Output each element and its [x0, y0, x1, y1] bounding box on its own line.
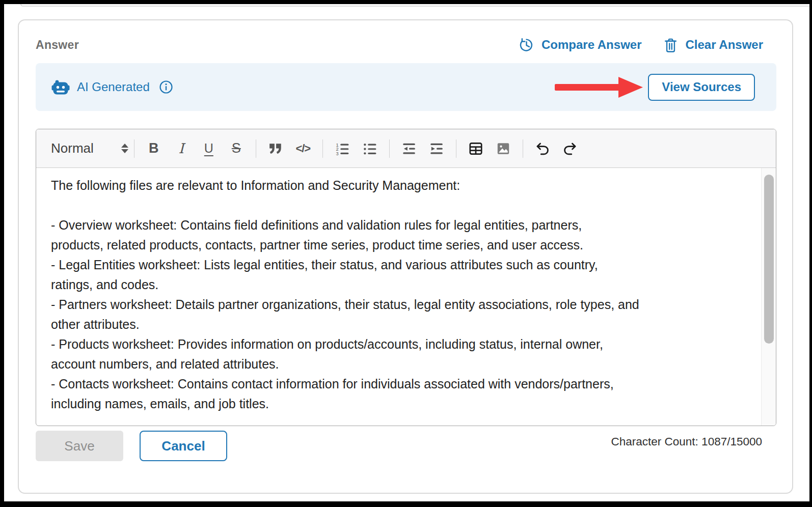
view-sources-button[interactable]: View Sources — [648, 74, 755, 101]
answer-card: Answer Compare Answer — [18, 19, 793, 494]
editor-line: - Contacts worksheet: Contains contact i… — [51, 374, 744, 394]
style-stepper-icon[interactable] — [121, 144, 128, 153]
underline-button[interactable]: U — [195, 141, 223, 156]
editor-footer: Save Cancel Character Count: 1087/15000 — [36, 431, 776, 461]
robot-icon — [51, 79, 70, 96]
editor-line: products, related products, contacts, pa… — [51, 235, 744, 255]
answer-header: Answer Compare Answer — [36, 35, 776, 55]
svg-text:3: 3 — [336, 151, 338, 155]
toolbar-divider — [322, 139, 323, 158]
clear-answer-button[interactable]: Clear Answer — [685, 38, 763, 52]
window-frame: Answer Compare Answer — [0, 0, 812, 507]
editor-scrollbar-track[interactable] — [761, 168, 776, 426]
editor-line: - Products worksheet: Provides informati… — [51, 334, 744, 354]
editor-line: other attributes. — [51, 315, 744, 334]
info-icon[interactable] — [159, 80, 173, 94]
strikethrough-button[interactable]: S — [223, 140, 250, 156]
editor-line: account numbers, and related attributes. — [51, 354, 744, 374]
answer-title: Answer — [36, 38, 79, 52]
toolbar-divider — [256, 139, 256, 158]
redo-icon[interactable] — [556, 141, 584, 156]
toolbar-divider — [523, 139, 523, 158]
editor-line: - Legal Entities worksheet: Lists legal … — [51, 255, 744, 275]
undo-icon[interactable] — [529, 141, 556, 156]
save-button[interactable]: Save — [36, 431, 123, 461]
previous-card-edge — [20, 4, 809, 7]
page-background: Answer Compare Answer — [4, 4, 809, 501]
insert-image-icon[interactable] — [490, 142, 517, 156]
rich-text-editor: Normal B I U S — [36, 129, 776, 426]
editor-toolbar: Normal B I U S — [36, 129, 776, 168]
cancel-button[interactable]: Cancel — [140, 431, 227, 461]
header-actions: Compare Answer Clear Answer — [519, 37, 763, 53]
character-count: Character Count: 1087/15000 — [611, 435, 762, 448]
ordered-list-icon[interactable]: 1 2 3 — [329, 142, 356, 156]
bold-button[interactable]: B — [140, 140, 168, 156]
editor-line — [51, 195, 744, 215]
editor-scrollbar-thumb[interactable] — [764, 175, 774, 344]
indent-icon[interactable] — [423, 142, 450, 156]
ai-generated-banner: AI Generated View Sources — [36, 63, 776, 111]
blockquote-icon[interactable] — [262, 142, 289, 155]
code-icon[interactable]: </> — [289, 142, 317, 155]
editor-line: - Partners worksheet: Details partner or… — [51, 295, 744, 315]
outdent-icon[interactable] — [395, 142, 423, 156]
history-icon[interactable] — [519, 37, 534, 52]
italic-button[interactable]: I — [168, 140, 195, 156]
toolbar-divider — [456, 139, 456, 158]
ai-generated-label: AI Generated — [77, 80, 150, 94]
toolbar-divider — [389, 139, 390, 158]
bullet-list-icon[interactable] — [356, 142, 384, 156]
editor-line: including names, emails, and job titles. — [51, 394, 744, 414]
paragraph-style-select[interactable]: Normal — [51, 140, 94, 156]
compare-answer-button[interactable]: Compare Answer — [542, 38, 642, 52]
editor-line: ratings, and codes. — [51, 275, 744, 295]
red-pointer-arrow-icon — [554, 76, 643, 99]
insert-table-icon[interactable] — [462, 142, 490, 156]
editor-text-area[interactable]: The following files are relevant to Info… — [36, 168, 776, 426]
editor-line: - Overview worksheet: Contains field def… — [51, 215, 744, 235]
trash-icon[interactable] — [664, 37, 678, 53]
editor-line: The following files are relevant to Info… — [51, 176, 744, 195]
toolbar-divider — [134, 139, 134, 158]
